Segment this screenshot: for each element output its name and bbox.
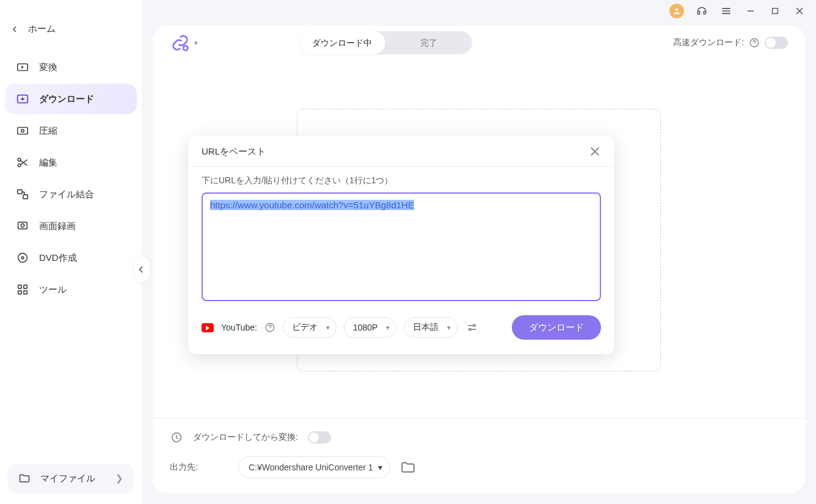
- settings-button[interactable]: [465, 320, 479, 335]
- source-label: YouTube:: [221, 323, 257, 332]
- user-icon: [672, 7, 681, 15]
- language-value: 日本語: [413, 322, 439, 333]
- svg-rect-6: [18, 190, 22, 194]
- sidebar-item-label: 圧縮: [39, 125, 57, 137]
- output-label: 出力先:: [170, 462, 198, 473]
- main: ▾ ダウンロード中 完了 高速ダウンロード: 2. 複数のURLを同時にダウンロ…: [142, 0, 816, 504]
- content-panel: ▾ ダウンロード中 完了 高速ダウンロード: 2. 複数のURLを同時にダウンロ…: [153, 26, 805, 493]
- chevron-down-icon: ▾: [378, 462, 382, 472]
- modal-title: URLをペースト: [202, 146, 266, 158]
- menu-button[interactable]: [719, 4, 733, 18]
- svg-point-22: [473, 324, 475, 326]
- chevron-left-icon: [138, 266, 145, 273]
- help-icon[interactable]: [749, 37, 760, 48]
- svg-rect-8: [18, 222, 27, 229]
- svg-rect-7: [23, 195, 27, 199]
- compress-icon: [16, 124, 29, 137]
- svg-rect-15: [24, 291, 27, 294]
- svg-rect-2: [18, 128, 28, 134]
- sidebar: ホーム 変換 ダウンロード 圧縮 編集 ファイル結合 画面録画 DVD作成: [0, 0, 142, 504]
- minimize-button[interactable]: [744, 4, 757, 18]
- svg-point-23: [469, 329, 471, 331]
- open-folder-button[interactable]: [400, 459, 416, 475]
- sliders-icon: [466, 321, 478, 334]
- support-button[interactable]: [695, 4, 709, 18]
- hamburger-icon: [720, 5, 732, 17]
- folder-icon: [18, 472, 31, 484]
- tab-done[interactable]: 完了: [385, 31, 472, 54]
- modal-body: 下にURLを入力/貼り付けてください（1行に1つ）: [188, 167, 614, 303]
- maximize-icon: [771, 7, 779, 15]
- chevron-left-icon: [12, 26, 18, 32]
- my-files-button[interactable]: マイファイル ❯: [7, 464, 134, 493]
- merge-icon: [16, 188, 29, 201]
- fast-download-group: 高速ダウンロード:: [673, 37, 788, 49]
- download-button[interactable]: ダウンロード: [512, 315, 601, 340]
- chevron-down-icon: ▾: [447, 324, 451, 332]
- sidebar-item-dvd[interactable]: DVD作成: [5, 243, 137, 273]
- minimize-icon: [746, 6, 756, 16]
- tab-switch: ダウンロード中 完了: [299, 31, 472, 54]
- chevron-right-icon: ❯: [115, 473, 123, 484]
- svg-rect-13: [24, 285, 27, 289]
- sidebar-item-label: 編集: [39, 157, 57, 169]
- link-dropdown[interactable]: ▾: [194, 39, 198, 47]
- maximize-button[interactable]: [768, 4, 782, 18]
- record-icon: [16, 219, 29, 233]
- avatar[interactable]: [669, 4, 684, 18]
- sidebar-item-label: ダウンロード: [39, 93, 94, 105]
- link-add-icon: [171, 34, 189, 52]
- close-button[interactable]: [793, 4, 806, 18]
- sidebar-item-label: DVD作成: [39, 252, 77, 264]
- language-select[interactable]: 日本語 ▾: [404, 317, 457, 338]
- sidebar-item-download[interactable]: ダウンロード: [5, 84, 137, 114]
- home-button[interactable]: ホーム: [0, 12, 142, 46]
- sidebar-item-screen-record[interactable]: 画面録画: [5, 211, 137, 241]
- sidebar-item-label: ファイル結合: [39, 189, 94, 200]
- svg-point-16: [676, 8, 679, 11]
- convert-toggle-label: ダウンロードしてから変換:: [193, 432, 298, 443]
- disc-icon: [16, 251, 29, 265]
- output-path-select[interactable]: C:¥Wondershare UniConverter 1 ▾: [238, 456, 390, 478]
- sidebar-item-tools[interactable]: ツール: [5, 274, 137, 305]
- history-icon: [170, 431, 183, 444]
- quality-select[interactable]: 1080P ▾: [344, 317, 396, 338]
- sidebar-item-label: 画面録画: [39, 221, 76, 232]
- headset-icon: [696, 5, 708, 17]
- url-textarea[interactable]: [202, 192, 601, 301]
- sidebar-item-label: 変換: [39, 62, 57, 73]
- titlebar: [142, 0, 816, 22]
- help-icon[interactable]: [264, 322, 275, 333]
- scissors-icon: [16, 156, 29, 169]
- sidebar-nav: 変換 ダウンロード 圧縮 編集 ファイル結合 画面録画 DVD作成 ツール: [0, 49, 142, 307]
- tab-downloading[interactable]: ダウンロード中: [299, 31, 385, 54]
- format-select[interactable]: ビデオ ▾: [283, 317, 337, 338]
- my-files-label: マイファイル: [40, 473, 95, 484]
- panel-header: ▾ ダウンロード中 完了 高速ダウンロード:: [153, 26, 805, 60]
- fast-download-toggle[interactable]: [765, 37, 788, 49]
- apps-icon: [16, 283, 29, 296]
- convert-icon: [16, 60, 29, 74]
- svg-rect-12: [18, 285, 22, 289]
- modal-footer: YouTube: ビデオ ▾ 1080P ▾ 日本語 ▾ ダウンロード: [188, 303, 614, 354]
- modal-description: 下にURLを入力/貼り付けてください（1行に1つ）: [202, 175, 601, 186]
- modal-close-button[interactable]: [589, 145, 601, 158]
- download-icon: [16, 92, 29, 106]
- paste-url-modal: URLをペースト 下にURLを入力/貼り付けてください（1行に1つ） YouTu…: [188, 136, 614, 354]
- sidebar-item-merge[interactable]: ファイル結合: [5, 179, 137, 210]
- format-value: ビデオ: [292, 322, 318, 333]
- home-label: ホーム: [28, 23, 56, 35]
- sidebar-item-edit[interactable]: 編集: [5, 147, 137, 178]
- svg-point-11: [21, 257, 24, 259]
- panel-footer: ダウンロードしてから変換: 出力先: C:¥Wondershare UniCon…: [153, 418, 805, 493]
- convert-toggle[interactable]: [308, 431, 331, 444]
- fast-download-label: 高速ダウンロード:: [673, 37, 744, 48]
- sidebar-item-compress[interactable]: 圧縮: [5, 115, 137, 146]
- sidebar-item-convert[interactable]: 変換: [5, 52, 137, 82]
- svg-rect-17: [773, 9, 778, 14]
- output-path-value: C:¥Wondershare UniConverter 1: [249, 462, 373, 472]
- modal-header: URLをペースト: [188, 136, 614, 167]
- sidebar-collapse-button[interactable]: [134, 257, 150, 282]
- add-link-button[interactable]: [170, 32, 191, 53]
- svg-point-10: [18, 254, 27, 263]
